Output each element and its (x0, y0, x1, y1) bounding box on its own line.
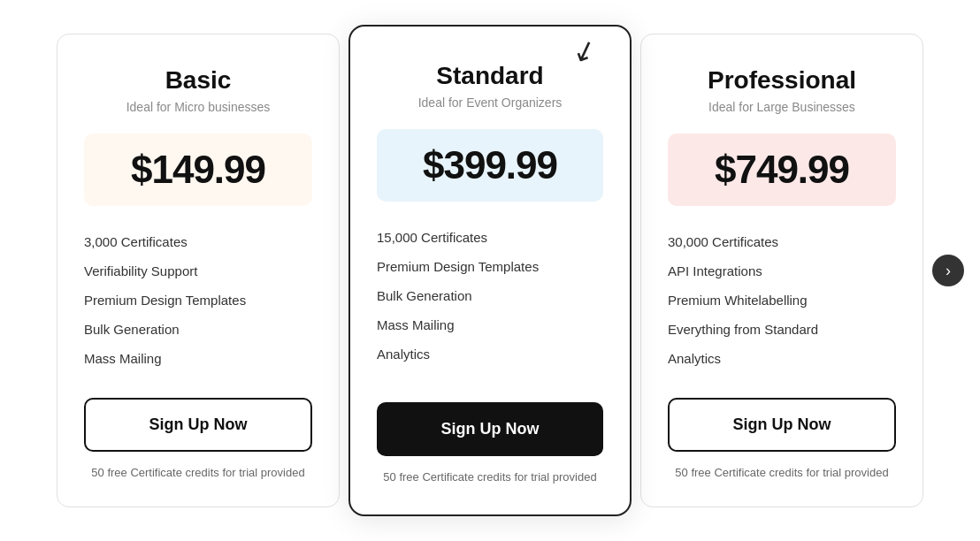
pricing-card-basic: BasicIdeal for Micro businesses$149.993,… (57, 34, 340, 507)
feature-item: Analytics (377, 339, 603, 369)
feature-item: Bulk Generation (377, 281, 603, 310)
pricing-section: BasicIdeal for Micro businesses$149.993,… (0, 16, 980, 525)
feature-item: 3,000 Certificates (84, 227, 312, 256)
trial-text-basic: 50 free Certificate credits for trial pr… (84, 464, 312, 482)
signup-button-standard[interactable]: Sign Up Now (377, 402, 603, 456)
feature-item: Bulk Generation (84, 315, 312, 344)
feature-item: 30,000 Certificates (668, 227, 896, 256)
feature-item: Mass Mailing (377, 310, 603, 339)
price-box-professional: $749.99 (668, 133, 896, 206)
plan-subtitle-standard: Ideal for Event Organizers (377, 95, 603, 110)
feature-item: Everything from Standard (668, 315, 896, 344)
feature-item: Analytics (668, 344, 896, 373)
feature-item: Premium Design Templates (84, 286, 312, 315)
plan-subtitle-professional: Ideal for Large Businesses (668, 100, 896, 114)
plan-title-basic: Basic (84, 66, 312, 95)
plan-title-professional: Professional (668, 66, 896, 95)
feature-item: Premium Design Templates (377, 252, 603, 281)
feature-item: Mass Mailing (84, 344, 312, 373)
features-list-professional: 30,000 CertificatesAPI IntegrationsPremi… (668, 227, 896, 398)
plan-subtitle-basic: Ideal for Micro businesses (84, 100, 312, 114)
feature-item: API Integrations (668, 256, 896, 286)
price-box-basic: $149.99 (84, 133, 312, 206)
pricing-card-professional: ProfessionalIdeal for Large Businesses$7… (640, 34, 923, 507)
features-list-basic: 3,000 CertificatesVerifiability SupportP… (84, 227, 312, 398)
signup-button-basic[interactable]: Sign Up Now (84, 398, 312, 452)
price-value-professional: $749.99 (715, 148, 849, 191)
price-value-standard: $399.99 (423, 143, 557, 187)
pricing-card-standard: ↙StandardIdeal for Event Organizers$399.… (348, 25, 632, 516)
price-box-standard: $399.99 (377, 129, 603, 202)
feature-item: Premium Whitelabelling (668, 286, 896, 315)
trial-text-standard: 50 free Certificate credits for trial pr… (377, 469, 603, 486)
features-list-standard: 15,000 CertificatesPremium Design Templa… (377, 223, 603, 393)
feature-item: Verifiability Support (84, 256, 312, 286)
signup-button-professional[interactable]: Sign Up Now (668, 398, 896, 452)
price-value-basic: $149.99 (131, 148, 265, 191)
scroll-button[interactable]: › (932, 255, 964, 286)
plan-title-standard: Standard (377, 62, 603, 90)
feature-item: 15,000 Certificates (377, 223, 603, 252)
trial-text-professional: 50 free Certificate credits for trial pr… (668, 464, 896, 482)
